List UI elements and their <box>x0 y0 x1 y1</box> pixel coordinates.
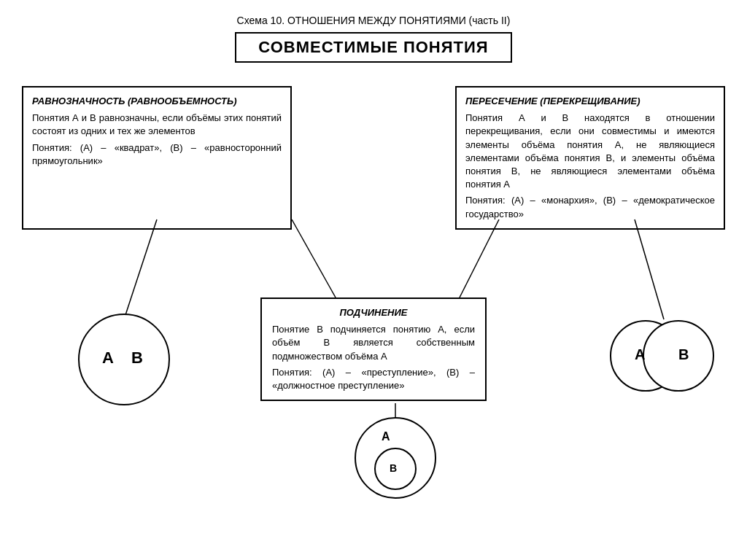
svg-text:В: В <box>390 462 397 474</box>
svg-line-0 <box>124 219 157 319</box>
page: Схема 10. ОТНОШЕНИЯ МЕЖДУ ПОНЯТИЯМИ (час… <box>0 0 747 560</box>
center-box-title: ПОДЧИНЕНИЕ <box>272 306 475 319</box>
main-title-box: СОВМЕСТИМЫЕ ПОНЯТИЯ <box>235 32 511 63</box>
center-box: ПОДЧИНЕНИЕ Понятие В подчиняется понятию… <box>260 298 487 401</box>
center-box-text2: Понятия: (А) – «преступление», (В) – «до… <box>272 366 475 392</box>
svg-point-5 <box>79 314 169 405</box>
svg-text:В: В <box>131 349 143 367</box>
svg-line-2 <box>635 219 664 319</box>
svg-text:В: В <box>678 346 689 362</box>
center-box-text1: Понятие В подчиняется понятию А, если об… <box>272 323 475 363</box>
svg-line-1 <box>292 219 336 298</box>
main-title: СОВМЕСТИМЫЕ ПОНЯТИЯ <box>258 38 488 57</box>
svg-text:А: А <box>102 349 114 367</box>
svg-line-3 <box>460 219 499 298</box>
schema-title: Схема 10. ОТНОШЕНИЯ МЕЖДУ ПОНЯТИЯМИ (час… <box>22 15 725 26</box>
svg-text:А: А <box>635 346 645 362</box>
svg-text:А: А <box>382 430 390 443</box>
